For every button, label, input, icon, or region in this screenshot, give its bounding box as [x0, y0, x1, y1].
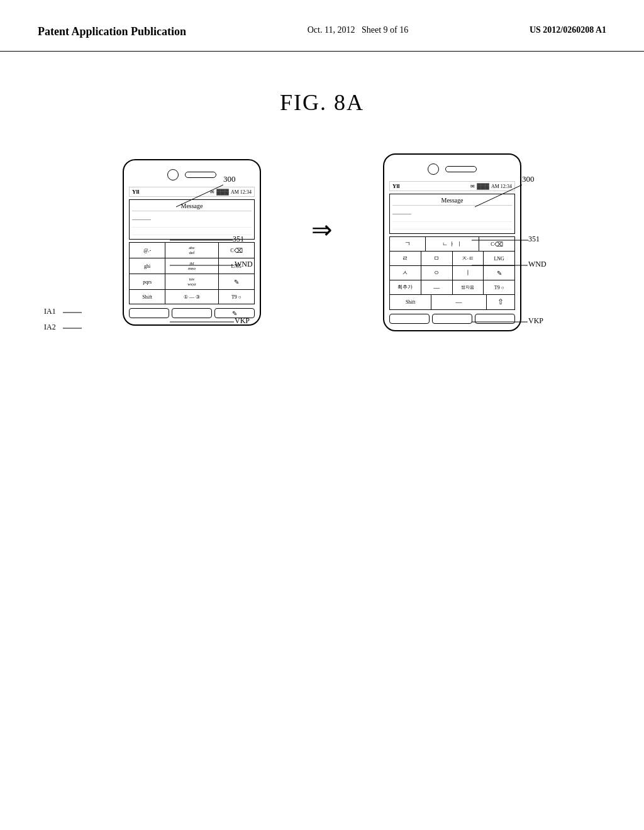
key-tuv[interactable]: tuvwxyz	[165, 274, 218, 289]
soft-key-left[interactable]	[129, 308, 169, 318]
key-ghi[interactable]: ghi	[130, 258, 165, 274]
key-row-2: ghi jklmno LNG	[130, 258, 254, 274]
key-row-r3: ㅅ ㅇ ㅣ ✎	[390, 266, 514, 280]
key-jt[interactable]: ㅈ·ㅌ	[453, 252, 484, 265]
key-r[interactable]: ㄹ	[390, 252, 421, 265]
header-center: Oct. 11, 2012 Sheet 9 of 16	[308, 25, 408, 35]
key-s[interactable]: ㅅ	[390, 266, 421, 280]
battery-icon: ▓▓▓	[216, 189, 229, 195]
envelope-icon: ✉	[210, 189, 214, 195]
key-row-4: Shift ① — ③ T9 ○	[130, 290, 254, 304]
key-row-r1: ㄱ ㄴ ㅏ ㅣ C⌫	[390, 237, 514, 252]
phone-left-top-bar	[129, 167, 255, 183]
key-symbols[interactable]: ① — ③	[165, 290, 218, 304]
key-dash[interactable]: —	[421, 280, 453, 294]
key-lng[interactable]: LNG	[219, 258, 254, 274]
phone-left-speaker-rect	[185, 172, 216, 178]
key-row-1: @.- abcdef C⌫	[130, 243, 254, 258]
time-display: AM 12:34	[231, 189, 252, 195]
phone-left-speaker-circle	[167, 169, 179, 180]
soft-key-right-c[interactable]	[432, 314, 472, 324]
transition-arrow: ⇒	[311, 215, 333, 245]
soft-key-center[interactable]	[172, 308, 212, 318]
phone-left: Yll ✉ ▓▓▓ AM 12:34 Message	[123, 159, 261, 326]
key-at[interactable]: @.-	[130, 243, 165, 258]
status-left-right: Yll	[392, 183, 400, 189]
key-space-r[interactable]: —	[431, 295, 486, 309]
phone-right-message-window: Message	[389, 194, 515, 234]
key-backspace-r[interactable]: C⌫	[479, 237, 514, 251]
status-icons-right: ✉ ▓▓▓ AM 12:34	[470, 183, 512, 189]
figure-label: FIG. 8A	[0, 89, 644, 116]
soft-key-right-r[interactable]	[475, 314, 515, 324]
key-ssangjaeeum[interactable]: 쌍자음	[453, 280, 484, 294]
message-title-right: Message	[392, 197, 512, 206]
key-row-3: pqrs tuvwxyz ✎	[130, 274, 254, 290]
battery-icon-right: ▓▓▓	[477, 183, 489, 189]
key-t9[interactable]: T9 ○	[219, 290, 254, 304]
key-shift-r[interactable]: Shift	[390, 295, 431, 309]
key-backspace[interactable]: C⌫	[219, 243, 254, 258]
key-pen-r[interactable]: ✎	[484, 266, 514, 280]
phone-left-message-window: Message	[129, 199, 255, 240]
key-pen[interactable]: ✎	[219, 274, 254, 289]
phone-left-bottom-bar: ✎	[129, 308, 255, 318]
time-display-right: AM 12:34	[491, 184, 512, 189]
phone-left-status-bar: Yll ✉ ▓▓▓ AM 12:34	[129, 187, 255, 197]
key-n-a-i[interactable]: ㄴ ㅏ ㅣ	[426, 237, 479, 251]
phone-right: Yll ✉ ▓▓▓ AM 12:34 Message	[383, 153, 521, 331]
soft-key-right-l[interactable]	[389, 314, 430, 324]
phone-right-bottom-bar	[389, 314, 515, 324]
key-o[interactable]: ㅇ	[421, 266, 453, 280]
phone-right-speaker-circle	[428, 163, 439, 175]
key-row-r4: 획추가 — 쌍자음 T9 ○	[390, 280, 514, 295]
envelope-icon-right: ✉	[470, 184, 475, 189]
key-hoektuga[interactable]: 획추가	[390, 280, 421, 294]
keyboard-right: ㄱ ㄴ ㅏ ㅣ C⌫ ㄹ ㅁ ㅈ·ㅌ LNG ㅅ ㅇ	[389, 236, 515, 310]
message-line-r1	[392, 208, 411, 214]
phone-left-frame: Yll ✉ ▓▓▓ AM 12:34 Message	[123, 159, 261, 326]
key-t9-r[interactable]: T9 ○	[484, 280, 514, 294]
status-icons: ✉ ▓▓▓ AM 12:34	[210, 189, 252, 195]
keyboard-left: @.- abcdef C⌫ ghi jklmno LNG	[129, 242, 255, 304]
key-abc[interactable]: abcdef	[165, 243, 218, 258]
header-sheet: Sheet 9 of 16	[362, 25, 408, 35]
message-title-left: Message	[132, 202, 252, 211]
message-line-r2	[392, 216, 512, 222]
message-line-1	[132, 214, 151, 220]
message-line-3	[132, 229, 252, 235]
soft-key-right[interactable]: ✎	[214, 308, 255, 318]
header-date: Oct. 11, 2012	[308, 25, 355, 35]
phone-right-speaker-rect	[445, 166, 477, 172]
key-row-r5: Shift — ⇧	[390, 295, 514, 309]
phone-right-top-bar	[389, 161, 515, 177]
phone-right-status-bar: Yll ✉ ▓▓▓ AM 12:34	[389, 181, 515, 191]
key-jkl[interactable]: jklmno	[165, 258, 218, 274]
message-line-r3	[392, 223, 512, 230]
signal-icon-right: Yll	[392, 183, 400, 189]
phones-wrapper: Yll ✉ ▓▓▓ AM 12:34 Message	[0, 153, 644, 331]
key-shift[interactable]: Shift	[130, 290, 165, 304]
key-m[interactable]: ㅁ	[421, 252, 453, 265]
key-up-r[interactable]: ⇧	[487, 295, 514, 309]
key-row-r2: ㄹ ㅁ ㅈ·ㅌ LNG	[390, 252, 514, 266]
header-patent-number: US 2012/0260208 A1	[530, 25, 606, 35]
patent-header: Patent Application Publication Oct. 11, …	[0, 0, 644, 52]
key-i[interactable]: ㅣ	[453, 266, 484, 280]
status-left: Yll	[132, 189, 140, 195]
key-pqrs[interactable]: pqrs	[130, 274, 165, 289]
phones-container: Yll ✉ ▓▓▓ AM 12:34 Message	[0, 153, 644, 331]
signal-icon: Yll	[132, 189, 140, 195]
key-lng-r[interactable]: LNG	[484, 252, 514, 265]
key-g[interactable]: ㄱ	[390, 237, 426, 251]
message-line-2	[132, 221, 252, 228]
header-title: Patent Application Publication	[38, 25, 186, 38]
phone-right-frame: Yll ✉ ▓▓▓ AM 12:34 Message	[383, 153, 521, 331]
